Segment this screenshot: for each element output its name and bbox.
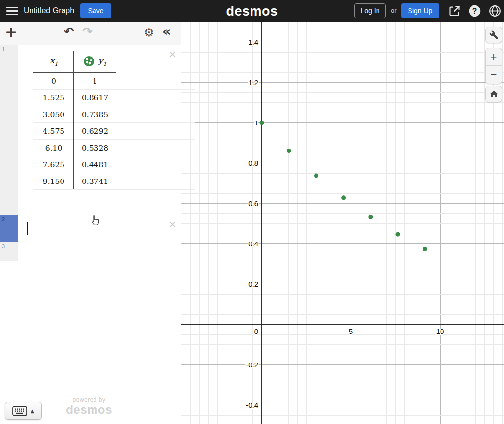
expression-gutter-1[interactable]: 1 bbox=[0, 45, 18, 215]
scatter-point[interactable] bbox=[423, 247, 427, 251]
table-row: 4.5750.6292 bbox=[33, 123, 195, 140]
scatter-point[interactable] bbox=[368, 215, 373, 219]
expression-row-1: 1 x1 y1 bbox=[0, 45, 181, 215]
table-row: 01 bbox=[33, 73, 195, 90]
table-cell[interactable]: 3.050 bbox=[33, 110, 74, 119]
graph-title[interactable]: Untitled Graph bbox=[24, 0, 74, 22]
axis-tick-label: 5 bbox=[349, 327, 353, 335]
table-cell[interactable]: 1.525 bbox=[33, 93, 74, 102]
axis-tick-label: 0.2 bbox=[248, 280, 258, 288]
table-cell[interactable]: 0.7385 bbox=[74, 110, 116, 119]
expression-gutter-2[interactable]: 2 bbox=[0, 215, 18, 242]
table-row: 3.0500.7385 bbox=[33, 106, 195, 123]
table-cell[interactable]: 0.8617 bbox=[74, 93, 116, 102]
text-caret bbox=[27, 222, 28, 235]
scatter-point[interactable] bbox=[341, 195, 346, 200]
scatter-point[interactable] bbox=[314, 174, 318, 178]
zoom-in-button[interactable]: + bbox=[486, 48, 502, 66]
expression-index: 1 bbox=[2, 46, 5, 52]
table-row: 7.6250.4481 bbox=[33, 156, 195, 173]
scatter-point[interactable] bbox=[396, 232, 400, 237]
default-view-home-icon[interactable] bbox=[485, 86, 502, 102]
expressions-toolbar: + ↶ ↷ ⚙ « bbox=[0, 22, 181, 45]
table-row: 6.100.5328 bbox=[33, 140, 195, 156]
table-cell[interactable]: 7.625 bbox=[33, 160, 74, 169]
axis-tick-label: 1.4 bbox=[248, 38, 258, 46]
axis-tick-label: 0.6 bbox=[248, 199, 258, 208]
language-globe-icon[interactable] bbox=[488, 4, 502, 18]
table-cell[interactable]: 9.150 bbox=[33, 177, 74, 186]
svg-text:?: ? bbox=[472, 7, 477, 15]
axis-tick-label: -0.4 bbox=[246, 401, 258, 409]
expression-input[interactable]: × bbox=[19, 215, 181, 242]
expression-index: 2 bbox=[2, 216, 5, 222]
collapse-panel-icon[interactable]: « bbox=[162, 25, 171, 38]
help-icon[interactable]: ? bbox=[468, 4, 481, 18]
desmos-app: Untitled Graph Save desmos Log In or Sig… bbox=[0, 0, 504, 424]
zoom-controls: + − bbox=[485, 48, 502, 84]
table-cell[interactable]: 0.5328 bbox=[74, 144, 116, 152]
expressions-panel: + ↶ ↷ ⚙ « 1 x1 bbox=[0, 22, 181, 424]
expression-input[interactable] bbox=[19, 242, 181, 261]
axis-tick-label: 0.4 bbox=[248, 240, 258, 248]
save-button[interactable]: Save bbox=[80, 3, 111, 18]
delete-expression-icon[interactable]: × bbox=[169, 48, 176, 61]
column-header-y1[interactable]: y1 bbox=[74, 55, 116, 67]
scatter-point[interactable] bbox=[287, 149, 291, 153]
expression-index: 3 bbox=[2, 243, 5, 249]
table-column-divider bbox=[73, 51, 74, 189]
undo-icon[interactable]: ↶ bbox=[64, 26, 74, 38]
delete-expression-icon[interactable]: × bbox=[169, 218, 176, 231]
share-icon[interactable] bbox=[448, 4, 461, 18]
table-row: 9.1500.3741 bbox=[33, 173, 195, 190]
signup-button[interactable]: Sign Up bbox=[401, 3, 439, 18]
table-cell[interactable]: 0.3741 bbox=[74, 177, 116, 186]
table-cell[interactable]: 1 bbox=[74, 77, 116, 86]
table-body: 011.5250.86173.0500.73854.5750.62926.100… bbox=[33, 73, 195, 190]
graph-settings-wrench-icon[interactable] bbox=[485, 27, 502, 43]
axis-tick-label: 0 bbox=[254, 327, 258, 335]
table-cell[interactable]: 0 bbox=[33, 77, 74, 86]
add-expression-icon[interactable]: + bbox=[5, 25, 17, 40]
table-cell[interactable]: 4.575 bbox=[33, 127, 74, 136]
expression-row-3: 3 bbox=[0, 242, 181, 261]
graph-canvas[interactable]: 1.41.210.80.60.40.2-0.2-0.40510 bbox=[181, 22, 504, 424]
top-bar: Untitled Graph Save desmos Log In or Sig… bbox=[0, 0, 504, 22]
gear-icon[interactable]: ⚙ bbox=[144, 27, 154, 38]
axis-tick-label: 1.2 bbox=[248, 78, 258, 87]
keyboard-icon bbox=[12, 406, 27, 416]
table-cell[interactable]: 6.10 bbox=[33, 144, 74, 152]
table-row: 1.5250.8617 bbox=[33, 90, 195, 106]
keyboard-open-arrow: ▲ bbox=[31, 408, 34, 414]
powered-by-watermark: powered by desmos bbox=[58, 396, 120, 416]
axis-tick-label: 10 bbox=[436, 327, 444, 335]
column-header-x1[interactable]: x1 bbox=[33, 55, 74, 67]
data-table: x1 y1 011.525 bbox=[33, 50, 195, 190]
table-cell[interactable]: 0.6292 bbox=[74, 127, 116, 136]
axis-tick-label: 0.8 bbox=[248, 159, 258, 167]
axis-tick-label: -0.2 bbox=[246, 361, 258, 369]
login-button[interactable]: Log In bbox=[354, 3, 386, 18]
scatter-style-icon[interactable] bbox=[83, 56, 94, 67]
zoom-out-button[interactable]: − bbox=[486, 66, 502, 84]
table-cell[interactable]: 0.4481 bbox=[74, 160, 116, 169]
or-label: or bbox=[391, 0, 397, 22]
expression-gutter-3[interactable]: 3 bbox=[0, 242, 18, 261]
redo-icon: ↷ bbox=[82, 26, 93, 38]
graph-paper: 1.41.210.80.60.40.2-0.2-0.40510 + − bbox=[181, 22, 504, 424]
expression-content-table[interactable]: x1 y1 011.525 bbox=[19, 45, 181, 215]
keyboard-toggle-button[interactable]: ▲ bbox=[5, 402, 42, 420]
expression-row-2-selected: 2 × bbox=[0, 215, 181, 242]
menu-icon[interactable] bbox=[6, 7, 18, 15]
axis-tick-label: 1 bbox=[254, 119, 258, 127]
scatter-point[interactable] bbox=[260, 121, 264, 125]
